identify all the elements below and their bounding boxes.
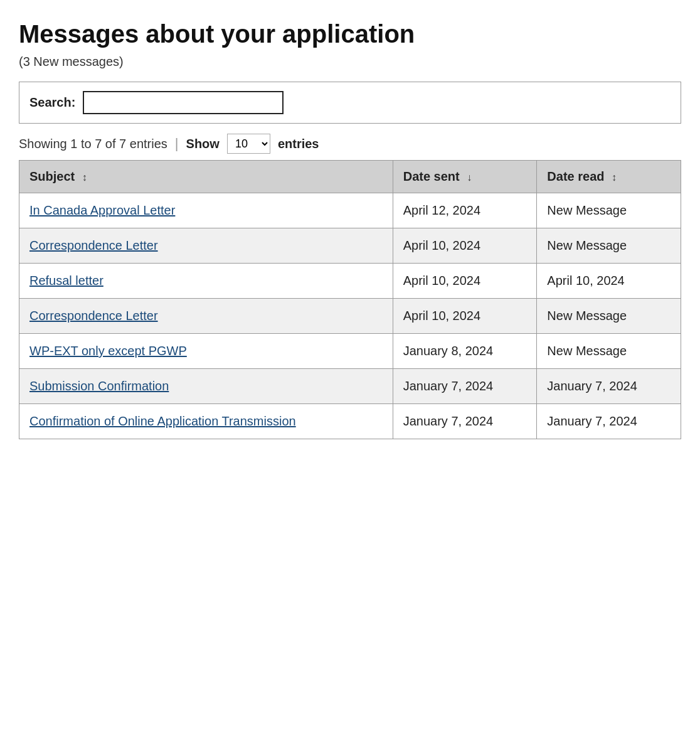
date-read-sort-icon[interactable]: ↕	[612, 172, 617, 183]
date-sent-cell: January 7, 2024	[393, 369, 537, 404]
showing-text: Showing 1 to 7 of 7 entries	[19, 137, 167, 151]
divider: |	[175, 136, 179, 152]
subject-cell: In Canada Approval Letter	[19, 193, 393, 228]
date-sent-sort-icon[interactable]: ↓	[467, 172, 472, 183]
show-label: Show	[186, 137, 220, 151]
entries-per-page-select[interactable]: 10 25 50 100	[227, 134, 270, 154]
table-row: In Canada Approval LetterApril 12, 2024N…	[19, 193, 681, 228]
subject-link[interactable]: Correspondence Letter	[29, 238, 158, 252]
subject-cell: Confirmation of Online Application Trans…	[19, 404, 393, 439]
date-read-cell: New Message	[537, 299, 681, 334]
date-read-cell: New Message	[537, 193, 681, 228]
subject-link[interactable]: Confirmation of Online Application Trans…	[29, 414, 296, 428]
messages-table: Subject ↕ Date sent ↓ Date read ↕ In Can…	[19, 160, 681, 439]
subject-link[interactable]: WP-EXT only except PGWP	[29, 344, 187, 358]
date-sent-cell: April 12, 2024	[393, 193, 537, 228]
subject-cell: Refusal letter	[19, 264, 393, 299]
date-read-cell: April 10, 2024	[537, 264, 681, 299]
table-controls: Showing 1 to 7 of 7 entries | Show 10 25…	[19, 134, 681, 154]
date-read-cell: New Message	[537, 228, 681, 264]
table-row: Confirmation of Online Application Trans…	[19, 404, 681, 439]
subject-cell: Correspondence Letter	[19, 299, 393, 334]
table-row: Correspondence LetterApril 10, 2024New M…	[19, 228, 681, 264]
search-label: Search:	[29, 95, 75, 110]
date-read-cell: New Message	[537, 334, 681, 369]
new-messages-count: (3 New messages)	[19, 55, 681, 69]
date-sent-cell: January 8, 2024	[393, 334, 537, 369]
subject-cell: Submission Confirmation	[19, 369, 393, 404]
subject-sort-icon[interactable]: ↕	[82, 172, 87, 183]
subject-link[interactable]: In Canada Approval Letter	[29, 203, 175, 217]
search-section: Search:	[19, 82, 681, 124]
table-row: Refusal letterApril 10, 2024April 10, 20…	[19, 264, 681, 299]
table-header-row: Subject ↕ Date sent ↓ Date read ↕	[19, 161, 681, 193]
date-sent-cell: April 10, 2024	[393, 228, 537, 264]
entries-label: entries	[278, 137, 319, 151]
column-header-date-read[interactable]: Date read ↕	[537, 161, 681, 193]
table-row: Correspondence LetterApril 10, 2024New M…	[19, 299, 681, 334]
subject-link[interactable]: Submission Confirmation	[29, 379, 169, 393]
column-header-subject[interactable]: Subject ↕	[19, 161, 393, 193]
subject-cell: Correspondence Letter	[19, 228, 393, 264]
page-title: Messages about your application	[19, 20, 681, 48]
subject-link[interactable]: Refusal letter	[29, 274, 103, 287]
date-sent-cell: April 10, 2024	[393, 264, 537, 299]
date-sent-cell: April 10, 2024	[393, 299, 537, 334]
date-read-cell: January 7, 2024	[537, 404, 681, 439]
subject-link[interactable]: Correspondence Letter	[29, 309, 158, 323]
column-header-date-sent[interactable]: Date sent ↓	[393, 161, 537, 193]
table-row: Submission ConfirmationJanuary 7, 2024Ja…	[19, 369, 681, 404]
date-read-cell: January 7, 2024	[537, 369, 681, 404]
subject-cell: WP-EXT only except PGWP	[19, 334, 393, 369]
date-sent-cell: January 7, 2024	[393, 404, 537, 439]
table-row: WP-EXT only except PGWPJanuary 8, 2024Ne…	[19, 334, 681, 369]
search-input[interactable]	[83, 91, 284, 114]
